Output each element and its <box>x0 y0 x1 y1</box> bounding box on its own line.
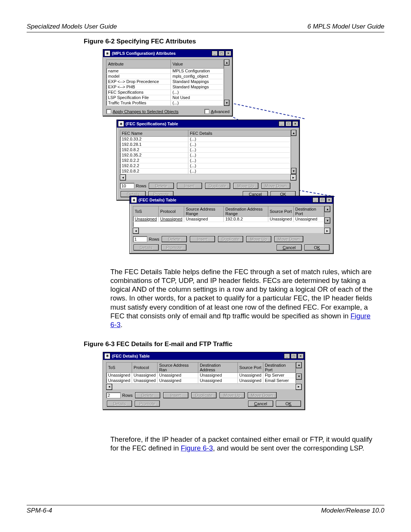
minimize-icon[interactable]: _ <box>212 51 218 56</box>
ok-button[interactable]: OK <box>276 401 301 407</box>
vscrollbar[interactable]: ▲ ▼ <box>291 130 297 174</box>
rows-input[interactable]: 1 <box>133 236 147 242</box>
cell[interactable]: Unassigned <box>198 372 237 378</box>
scroll-down-icon[interactable]: ▼ <box>325 217 330 224</box>
cell[interactable]: Unassigned <box>107 378 132 383</box>
cell[interactable]: (...) <box>188 147 291 153</box>
checkbox-icon[interactable] <box>204 109 209 114</box>
cell[interactable]: 192.0.8.2 <box>224 217 268 222</box>
insert-button[interactable]: Insert <box>177 183 202 189</box>
minimize-icon[interactable]: _ <box>279 121 285 126</box>
delete-button[interactable]: Delete <box>135 392 160 398</box>
cell[interactable]: (...) <box>171 101 223 106</box>
attribute-grid[interactable]: Attribute Value nameMPLS Configuration m… <box>106 59 224 106</box>
insert-button[interactable]: Insert <box>190 236 215 242</box>
cell[interactable]: MPLS Configuration <box>171 69 223 74</box>
cell[interactable]: mpls_config_object <box>171 74 223 79</box>
cell[interactable]: LSP Specification File <box>107 95 171 101</box>
scroll-down-icon[interactable]: ▼ <box>291 168 297 174</box>
cell[interactable]: 192.0.2.2 <box>120 163 188 169</box>
maximize-icon[interactable]: □ <box>291 353 297 359</box>
cell[interactable]: Unassigned <box>237 372 263 378</box>
cell[interactable]: Standard Mappings <box>171 79 223 85</box>
cell[interactable]: 192.0.8.2 <box>120 169 188 174</box>
hscrollbar[interactable]: ◄ ► <box>106 384 302 389</box>
minimize-icon[interactable]: _ <box>284 353 290 359</box>
vscrollbar[interactable]: ▲ ▼ <box>324 206 330 227</box>
cell[interactable]: name <box>107 69 171 74</box>
insert-button[interactable]: Insert <box>163 392 188 398</box>
maximize-icon[interactable]: □ <box>285 121 292 126</box>
ok-button[interactable]: OK <box>304 244 330 251</box>
hscrollbar[interactable]: ◄ ► <box>120 174 296 180</box>
titlebar[interactable]: ✳ (FEC Specifications) Table _ □ × <box>117 120 299 128</box>
delete-button[interactable]: Delete <box>149 183 174 189</box>
cell[interactable]: Unassigned <box>198 378 237 383</box>
cancel-button[interactable]: Cancel <box>277 244 302 251</box>
scroll-right-icon[interactable]: ► <box>296 384 302 390</box>
cell[interactable]: (...) <box>188 142 291 147</box>
cell[interactable]: 192.0.28.1 <box>120 142 188 147</box>
movedown-button[interactable]: Move Down <box>248 392 277 398</box>
cell[interactable]: Not Used <box>171 95 223 101</box>
rows-input[interactable]: 10 <box>120 183 134 189</box>
cell[interactable]: Standard Mappings <box>171 85 223 90</box>
cell[interactable]: (...) <box>171 90 223 95</box>
figure-6-3-link[interactable]: Figure 6-3 <box>181 444 213 452</box>
cell[interactable]: 192.0.8.2 <box>120 147 188 153</box>
vscrollbar[interactable]: ▲ ▼ <box>224 59 229 106</box>
cell[interactable]: (...) <box>188 158 291 163</box>
cell[interactable]: Traffic Trunk Profiles <box>107 101 171 106</box>
promote-button[interactable]: Promote <box>135 401 160 407</box>
duplicate-button[interactable]: Duplicate <box>191 392 217 398</box>
movedown-button[interactable]: Move Down <box>261 183 290 189</box>
minimize-icon[interactable]: _ <box>312 197 319 203</box>
cell[interactable]: (...) <box>188 169 291 174</box>
cell[interactable]: Unassigned <box>132 378 158 383</box>
close-icon[interactable]: × <box>326 197 332 203</box>
cell[interactable]: (...) <box>188 137 291 142</box>
cell[interactable]: FEC Specifications <box>107 90 171 95</box>
scroll-left-icon[interactable]: ◄ <box>120 174 126 181</box>
moveup-button[interactable]: Move Up <box>220 392 245 398</box>
details-button[interactable]: Details <box>134 244 159 251</box>
promote-button[interactable]: Promote <box>161 244 186 251</box>
cell[interactable]: EXP <--> Drop Precedence <box>107 79 171 85</box>
cell[interactable]: (...) <box>188 153 291 158</box>
close-icon[interactable]: × <box>298 353 304 359</box>
cell[interactable]: Ftp Server <box>263 372 296 378</box>
fec-spec-grid[interactable]: FEC Name FEC Details 192.0.33.2(...) 192… <box>120 130 291 174</box>
cell[interactable]: Unassigned <box>159 217 184 222</box>
cancel-button[interactable]: Cancel <box>248 401 273 407</box>
cell[interactable]: Unassigned <box>132 372 158 378</box>
details-button[interactable]: Details <box>107 401 132 407</box>
rows-input[interactable]: 2 <box>106 392 121 398</box>
vscrollbar[interactable]: ▲ ▼ <box>296 362 302 383</box>
scroll-right-icon[interactable]: ► <box>290 174 296 181</box>
cell[interactable]: Email Server <box>263 378 296 383</box>
apply-changes-checkbox[interactable]: Apply Changes to Selected Objects <box>106 109 178 114</box>
scroll-down-icon[interactable]: ▼ <box>296 374 302 380</box>
delete-button[interactable]: Delete <box>162 236 187 242</box>
scroll-up-icon[interactable]: ▲ <box>291 130 297 136</box>
close-icon[interactable]: × <box>225 51 231 56</box>
cell[interactable]: 192.0.35.2 <box>120 153 188 158</box>
fec-details-grid[interactable]: ToS Protocol Source Address Range Destin… <box>133 206 324 227</box>
checkbox-icon[interactable] <box>106 109 111 114</box>
titlebar[interactable]: ✳ (FEC Details) Table _ □ × <box>103 352 305 360</box>
moveup-button[interactable]: Move Up <box>233 183 258 189</box>
cell[interactable]: 192.0.33.2 <box>120 137 188 142</box>
duplicate-button[interactable]: Duplicate <box>205 183 230 189</box>
advanced-checkbox[interactable]: Advanced <box>204 109 229 114</box>
cell[interactable]: (...) <box>188 163 291 169</box>
hscrollbar[interactable]: ◄ ► <box>133 228 330 233</box>
scroll-left-icon[interactable]: ◄ <box>106 384 112 390</box>
moveup-button[interactable]: Move Up <box>246 236 271 242</box>
cell[interactable]: Unassigned <box>158 378 198 383</box>
fec-details-grid-2[interactable]: ToS Protocol Source Address Ran Destinat… <box>106 362 296 383</box>
cell[interactable]: 192.0.2.2 <box>120 158 188 163</box>
cell[interactable]: model <box>107 74 171 79</box>
movedown-button[interactable]: Move Down <box>274 236 303 242</box>
close-icon[interactable]: × <box>292 121 298 126</box>
cell[interactable]: Unassigned <box>268 217 293 222</box>
